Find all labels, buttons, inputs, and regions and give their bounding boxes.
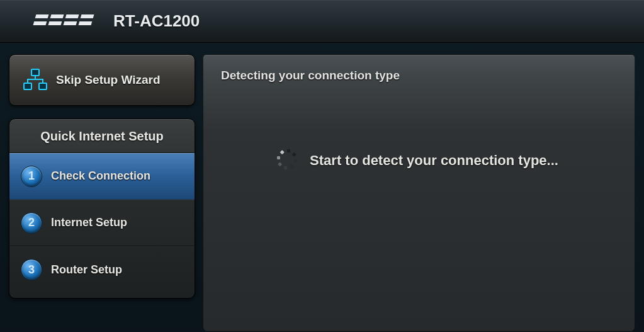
svg-rect-3: [48, 21, 62, 25]
app-header: RT-AC1200: [0, 0, 644, 43]
svg-rect-10: [39, 83, 47, 89]
asus-logo-icon: [29, 13, 99, 30]
loading-spinner-icon: [280, 152, 297, 169]
step-label: Check Connection: [51, 169, 150, 183]
svg-rect-5: [64, 21, 77, 25]
status-message: Start to detect your connection type...: [310, 152, 558, 169]
quick-internet-setup-card: Quick Internet Setup 1 Check Connection …: [9, 118, 195, 299]
step-number-badge: 2: [21, 212, 42, 234]
step-number-badge: 3: [21, 259, 42, 280]
router-model: RT-AC1200: [113, 11, 200, 31]
wizard-step-check-connection[interactable]: 1 Check Connection: [9, 153, 195, 200]
step-number-badge: 1: [21, 166, 42, 187]
wizard-step-internet-setup[interactable]: 2 Internet Setup: [9, 200, 195, 246]
brand-logo: [29, 13, 99, 30]
skip-setup-wizard-label: Skip Setup Wizard: [56, 73, 161, 87]
svg-rect-2: [50, 14, 64, 18]
svg-rect-0: [35, 14, 49, 18]
step-label: Router Setup: [51, 263, 122, 277]
status-line: Start to detect your connection type...: [221, 152, 617, 169]
wizard-step-router-setup[interactable]: 3 Router Setup: [9, 246, 195, 293]
svg-rect-4: [65, 14, 79, 18]
svg-rect-9: [24, 83, 31, 89]
wizard-title: Quick Internet Setup: [9, 119, 195, 153]
panel-title: Detecting your connection type: [221, 69, 617, 83]
main-panel: Detecting your connection type Start to …: [203, 54, 635, 331]
network-topology-icon: [21, 67, 50, 93]
step-label: Internet Setup: [51, 216, 127, 229]
svg-rect-7: [79, 21, 93, 25]
svg-rect-1: [33, 21, 47, 25]
skip-setup-wizard-button[interactable]: Skip Setup Wizard: [9, 54, 195, 106]
svg-rect-6: [81, 14, 94, 18]
svg-rect-8: [31, 69, 39, 76]
